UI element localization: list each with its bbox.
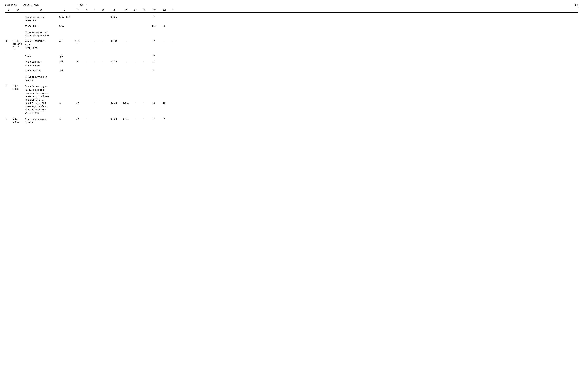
row-col5 [71,55,83,58]
row-col10 [121,55,131,58]
doc-code: 903-2-15 [5,4,17,7]
row-col10: - [121,60,131,67]
row-col5: 7 [71,60,83,67]
row-col13 [148,31,160,38]
row-col2 [12,24,24,28]
row-col10: 0,34 [121,118,131,121]
row-col7 [90,55,99,58]
row-col14 [160,16,168,22]
col-header-10: IO [121,9,131,12]
row-col14: - [160,40,168,43]
row-col2 [12,69,24,73]
row-col6 [83,24,90,28]
row-col13: I5 [148,85,160,105]
row-col5 [71,16,83,22]
row-col8 [99,24,107,28]
section-header-row: II.Материалы, неучтенные ценником [5,30,578,38]
table-row: Итого по II руб. 8 [5,69,578,73]
col-header-5: 5 [71,9,83,12]
row-col14: I5 [160,85,168,105]
table-row: 6 ЕРЕРI-596 Обратная засыпкагрунта м3 22… [5,117,578,125]
col-header-15: I5 [168,9,177,12]
row-col11: - [131,40,139,43]
row-col3: Итого по II [24,69,58,73]
row-col6 [83,69,90,73]
col-header-6: 6 [83,9,90,12]
row-col4: руб. [58,24,71,28]
row-col9: 0,06 [107,60,121,67]
row-col10: - [121,40,131,43]
row-col15 [168,60,177,67]
row-col1 [5,69,12,73]
row-col11 [131,69,139,73]
table-body: Плановые накоп-ления 6% руб. II2 0,06 7 … [5,15,578,125]
row-col7: - [90,40,99,43]
row-col6: - [83,118,90,121]
row-col13: 7 [148,118,160,121]
col-header-3: 3 [24,9,58,12]
row-col13: 8 [148,69,160,73]
row-col13: I [148,60,160,67]
row-col12 [139,31,148,38]
row-col10: 0,699 [121,85,131,105]
row-col2 [12,60,24,67]
col-header-2: 2 [12,9,24,12]
row-col8 [99,69,107,73]
row-col2 [12,16,24,22]
row-col12 [139,16,148,22]
row-col8 [99,55,107,58]
row-col11 [131,31,139,38]
row-col13: 7 [148,16,160,22]
col-header-4: 4 [58,9,71,12]
row-col15 [168,76,177,82]
row-col14: 7 [160,118,168,121]
row-col10 [121,24,131,28]
row-col12 [139,76,148,82]
row-col6 [83,16,90,22]
page-number: - 51 - [76,4,87,7]
row-col1 [5,55,12,58]
row-col5: 22 [71,85,83,105]
row-col5 [71,69,83,73]
row-col11 [131,55,139,58]
row-col6: - [83,60,90,67]
row-col1 [5,31,12,38]
row-col6 [83,76,90,82]
row-col11 [131,16,139,22]
row-col5 [71,76,83,82]
row-col7 [90,31,99,38]
row-col7 [90,24,99,28]
row-col3: Плановые на-копления 6% [24,60,58,67]
row-col12: - [139,118,148,121]
row-col4: м3 [58,85,71,105]
row-col7: - [90,85,99,105]
row-col15 [168,16,177,22]
row-col9 [107,55,121,58]
row-col12: - [139,60,148,67]
row-col8 [99,31,107,38]
row-col1: 6 [5,118,12,121]
row-col7 [90,16,99,22]
row-col8: - [99,60,107,67]
row-col8: - [99,85,107,105]
row-col2: ЕРЕРI-596 [12,118,24,124]
col-header-9: 9 [107,9,121,12]
row-col1 [5,60,12,67]
row-col13: II9 [148,24,160,28]
row-col10 [121,69,131,73]
row-col5 [71,31,83,38]
row-col2 [12,76,24,82]
row-col3: Итого [24,55,58,58]
row-col14 [160,69,168,73]
row-col15: - [168,40,177,43]
section-header-row: III.Строительныеработы [5,75,578,83]
row-col6 [83,55,90,58]
row-col14 [160,60,168,67]
section-header: III.Строительныеработы [24,76,58,82]
col-header-13: I3 [148,9,160,12]
row-col11: - [131,85,139,105]
row-col14: 25 [160,24,168,28]
table-row: Плановые накоп-ления 6% руб. II2 0,06 7 [5,15,578,23]
row-col15 [168,24,177,28]
row-col10 [121,31,131,38]
